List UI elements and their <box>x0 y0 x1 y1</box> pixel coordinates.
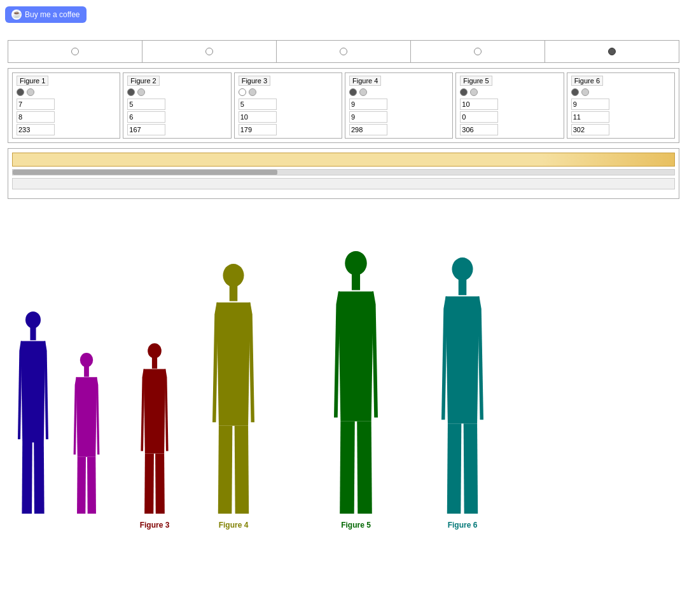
viz-figure-1 <box>8 310 59 516</box>
fig-radio2-4[interactable] <box>359 88 367 96</box>
main-container: Figure 1 Figure 2 Figure 3 <box>0 35 687 540</box>
output-status-bar <box>12 178 675 189</box>
fig-radio1-5[interactable] <box>460 88 468 96</box>
figure-title-2: Figure 2 <box>127 76 159 86</box>
viz-area: Figure 3 Figure 4 <box>8 204 679 535</box>
figure-card-1: Figure 1 <box>12 72 120 139</box>
output-bar <box>12 153 675 167</box>
figure-title-1: Figure 1 <box>17 76 48 86</box>
fig-radio2-1[interactable] <box>27 88 34 96</box>
figure-inputs-3 <box>239 99 338 135</box>
step-radio-3 <box>340 48 347 55</box>
step-tab-2[interactable] <box>142 41 277 62</box>
svg-rect-11 <box>459 277 467 295</box>
figure-input1-6[interactable] <box>571 99 609 110</box>
figure-input3-4[interactable] <box>349 124 387 135</box>
viz-figure-3: Figure 3 <box>132 342 177 516</box>
step-radio-2 <box>205 48 213 55</box>
step-radio-4 <box>474 48 482 55</box>
silhouette-svg-6 <box>427 256 497 516</box>
viz-label-3: Figure 3 <box>125 521 184 530</box>
fig-radio1-1[interactable] <box>17 88 24 96</box>
figure-input2-6[interactable] <box>571 111 609 123</box>
svg-rect-7 <box>230 284 238 301</box>
fig-radio1-3[interactable] <box>239 88 246 96</box>
silhouette-svg-3 <box>132 342 177 516</box>
steps-row <box>8 40 679 63</box>
figure-title-5: Figure 5 <box>460 76 492 86</box>
fig-radio1-4[interactable] <box>349 88 357 96</box>
silhouette-svg-5 <box>319 250 392 516</box>
figure-input2-3[interactable] <box>239 111 277 123</box>
svg-point-6 <box>223 264 244 287</box>
figure-inputs-1 <box>17 99 116 135</box>
figure-input2-2[interactable] <box>127 111 165 123</box>
svg-point-8 <box>345 251 367 275</box>
figure-radios-2 <box>127 88 226 96</box>
fig-radio1-6[interactable] <box>571 88 579 96</box>
svg-rect-3 <box>84 364 89 376</box>
step-radio-1 <box>71 48 79 55</box>
step-tab-4[interactable] <box>411 41 545 62</box>
output-scrollbar[interactable] <box>12 169 675 175</box>
figure-input1-2[interactable] <box>127 99 165 110</box>
svg-rect-1 <box>30 325 36 340</box>
figure-input2-4[interactable] <box>349 111 387 123</box>
viz-figure-2 <box>65 352 108 516</box>
figure-input3-2[interactable] <box>127 124 165 135</box>
figures-panel: Figure 1 Figure 2 Figure 3 <box>8 68 679 143</box>
fig-radio1-2[interactable] <box>127 88 135 96</box>
figure-title-4: Figure 4 <box>349 76 381 86</box>
viz-figure-6: Figure 6 <box>427 256 497 516</box>
svg-point-10 <box>452 257 473 280</box>
fig-radio2-6[interactable] <box>581 88 589 96</box>
figure-card-4: Figure 4 <box>345 72 453 139</box>
figure-title-3: Figure 3 <box>239 76 270 86</box>
figure-radios-4 <box>349 88 448 96</box>
output-panel <box>8 148 679 199</box>
figure-card-3: Figure 3 <box>234 72 342 139</box>
figure-input3-5[interactable] <box>460 124 498 135</box>
figure-card-6: Figure 6 <box>567 72 675 139</box>
figure-input1-5[interactable] <box>460 99 498 110</box>
buy-me-coffee-button[interactable]: ☕ Buy me a coffee <box>5 6 87 23</box>
silhouette-svg-1 <box>8 310 59 516</box>
step-tab-3[interactable] <box>277 41 411 62</box>
figure-radios-3 <box>239 88 338 96</box>
figure-input3-6[interactable] <box>571 124 609 135</box>
silhouette-svg-2 <box>65 352 108 516</box>
figure-radios-5 <box>460 88 559 96</box>
figure-title-6: Figure 6 <box>571 76 603 86</box>
svg-rect-9 <box>352 272 360 291</box>
viz-label-5: Figure 5 <box>313 521 399 530</box>
svg-rect-5 <box>152 356 157 369</box>
figure-input3-3[interactable] <box>239 124 277 135</box>
figure-radios-6 <box>571 88 670 96</box>
step-radio-5 <box>608 48 616 55</box>
viz-figure-5: Figure 5 <box>319 250 392 516</box>
viz-label-6: Figure 6 <box>421 521 504 530</box>
figure-input1-4[interactable] <box>349 99 387 110</box>
figure-input1-1[interactable] <box>17 99 55 110</box>
figure-card-5: Figure 5 <box>455 72 564 139</box>
figure-input2-5[interactable] <box>460 111 498 123</box>
step-tab-1[interactable] <box>8 41 142 62</box>
silhouette-svg-4 <box>198 263 268 516</box>
figure-inputs-2 <box>127 99 226 135</box>
figure-inputs-5 <box>460 99 559 135</box>
figure-radios-1 <box>17 88 116 96</box>
figure-input2-1[interactable] <box>17 111 55 123</box>
viz-label-4: Figure 4 <box>192 521 275 530</box>
figure-card-2: Figure 2 <box>123 72 231 139</box>
fig-radio2-2[interactable] <box>137 88 145 96</box>
step-tab-5[interactable] <box>545 41 679 62</box>
scrollbar-thumb <box>13 170 277 175</box>
fig-radio2-3[interactable] <box>249 88 256 96</box>
coffee-icon: ☕ <box>11 10 22 20</box>
bmc-label: Buy me a coffee <box>25 10 80 19</box>
viz-figure-4: Figure 4 <box>198 263 268 516</box>
fig-radio2-5[interactable] <box>470 88 478 96</box>
figure-input3-1[interactable] <box>17 124 55 135</box>
figure-input1-3[interactable] <box>239 99 277 110</box>
figure-inputs-4 <box>349 99 448 135</box>
